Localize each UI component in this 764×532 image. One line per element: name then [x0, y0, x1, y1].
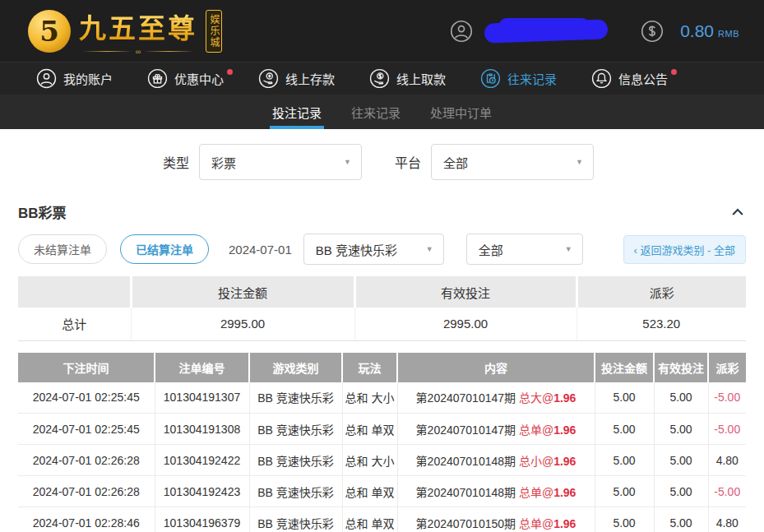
cell-time: 2024-07-01 02:26:28	[18, 476, 155, 507]
cell-game: BB 竞速快乐彩	[249, 476, 342, 507]
back-to-game-category-link[interactable]: ‹ 返回游戏类别 - 全部	[623, 235, 747, 264]
cell-content: 第202407010150期 总单@1.96	[397, 507, 595, 532]
cell-amount: 5.00	[595, 445, 654, 476]
gift-icon	[147, 68, 168, 89]
cell-order: 101304192422	[155, 445, 249, 476]
nav-label: 往来记录	[507, 70, 557, 87]
nav-item-my-account[interactable]: 我的账户	[28, 62, 130, 95]
cell-content: 第202407010147期 总单@1.96	[397, 414, 595, 445]
cell-payout: -5.00	[708, 382, 746, 414]
col-bet-time: 下注时间	[18, 353, 155, 382]
table-row: 2024-07-01 02:26:28 101304192423 BB 竞速快乐…	[18, 476, 746, 507]
summary-payout-total: 523.20	[576, 308, 746, 340]
cell-payout: 4.80	[708, 507, 746, 532]
bell-icon	[591, 68, 612, 89]
date-picker[interactable]: 2024-07-01	[229, 243, 292, 257]
logo-coin-icon: 5	[28, 10, 71, 53]
cell-amount: 5.00	[595, 382, 654, 414]
summary-bet-total: 2995.00	[131, 308, 354, 340]
notification-dot	[671, 69, 677, 75]
tab-pending-orders[interactable]: 处理中订单	[430, 95, 492, 129]
nav-item-promotions[interactable]: 优惠中心	[130, 62, 241, 95]
chevron-down-icon: ▼	[426, 245, 433, 253]
balance-display[interactable]: 0.80 RMB	[680, 21, 739, 41]
nav-label: 优惠中心	[174, 70, 224, 87]
nav-item-deposit[interactable]: 线上存款	[241, 62, 352, 95]
nav-label: 我的账户	[63, 70, 113, 87]
balance-amount: 0.80	[680, 21, 714, 41]
cell-order: 101304196379	[155, 507, 249, 532]
cell-payout: 4.80	[708, 445, 746, 476]
user-icon	[36, 68, 57, 89]
cell-order: 101304191307	[155, 382, 249, 414]
section-title: BB彩票	[18, 201, 67, 222]
col-play-type: 玩法	[342, 353, 397, 382]
scope-select-value: 全部	[479, 241, 503, 258]
username-redacted[interactable]	[484, 19, 609, 43]
coin-icon	[641, 20, 664, 43]
chevron-down-icon: ▼	[576, 158, 583, 166]
game-select[interactable]: BB 竞速快乐彩 ▼	[303, 234, 444, 265]
summary-header-payout: 派彩	[576, 276, 746, 308]
notification-dot	[227, 69, 233, 75]
summary-total-label: 总计	[18, 308, 131, 340]
col-order-number: 注单编号	[155, 353, 249, 382]
table-row: 2024-07-01 02:25:45 101304191307 BB 竞速快乐…	[18, 382, 746, 414]
main-nav: 我的账户 优惠中心 线上存款	[0, 62, 764, 95]
cell-content: 第202407010148期 总小@1.96	[397, 445, 595, 476]
cell-play: 总和 大小	[342, 445, 397, 476]
balance-currency: RMB	[718, 29, 739, 39]
cell-content: 第202407010147期 总大@1.96	[397, 382, 595, 414]
cell-payout: -5.00	[708, 414, 746, 445]
nav-item-transaction-records[interactable]: 往来记录	[463, 62, 574, 95]
top-header: 5 九五至尊 ∞ 娱乐城 0.80 RMB	[0, 0, 764, 62]
chevron-down-icon: ▼	[565, 245, 572, 253]
summary-header-valid-bet: 有效投注	[354, 276, 576, 308]
scope-select[interactable]: 全部 ▼	[466, 234, 583, 265]
nav-item-withdraw[interactable]: 线上取款	[352, 62, 463, 95]
summary-header-bet-amount: 投注金额	[131, 276, 354, 308]
logo-flourish-icon: ∞	[79, 48, 197, 56]
platform-filter-label: 平台	[395, 152, 421, 172]
tab-transaction-records[interactable]: 往来记录	[351, 95, 401, 129]
cell-time: 2024-07-01 02:25:45	[18, 414, 155, 445]
chevron-up-icon[interactable]	[729, 204, 746, 220]
cell-play: 总和 单双	[342, 414, 397, 445]
site-logo[interactable]: 5 九五至尊 ∞ 娱乐城	[28, 7, 222, 56]
cell-play: 总和 大小	[342, 382, 397, 414]
cell-play: 总和 单双	[342, 476, 397, 507]
summary-header-row: 投注金额 有效投注 派彩	[18, 276, 746, 308]
cell-time: 2024-07-01 02:25:45	[18, 382, 155, 414]
logo-title: 九五至尊	[79, 7, 197, 46]
col-payout: 派彩	[708, 353, 746, 382]
table-header-row: 下注时间 注单编号 游戏类别 玩法 内容 投注金额 有效投注 派彩	[18, 353, 746, 382]
chevron-down-icon: ▼	[344, 158, 351, 166]
type-select[interactable]: 彩票 ▼	[199, 144, 362, 180]
nav-label: 线上取款	[396, 70, 446, 87]
records-icon	[480, 68, 501, 89]
avatar-icon[interactable]	[450, 20, 473, 43]
tab-bet-records[interactable]: 投注记录	[272, 95, 322, 129]
table-row: 2024-07-01 02:28:46 101304196379 BB 竞速快乐…	[18, 507, 746, 532]
col-valid-bet: 有效投注	[654, 353, 708, 382]
nav-label: 信息公告	[618, 70, 668, 87]
cell-game: BB 竞速快乐彩	[249, 507, 342, 532]
summary-total-row: 总计 2995.00 2995.00 523.20	[18, 308, 746, 340]
settled-bets-button[interactable]: 已结算注单	[120, 234, 209, 264]
deposit-icon	[258, 68, 279, 89]
table-row: 2024-07-01 02:25:45 101304191308 BB 竞速快乐…	[18, 414, 746, 445]
section-header: BB彩票	[18, 193, 746, 232]
nav-item-announcements[interactable]: 信息公告	[574, 62, 685, 95]
cell-game: BB 竞速快乐彩	[249, 382, 342, 414]
cell-payout: -5.00	[708, 476, 746, 507]
cell-game: BB 竞速快乐彩	[249, 414, 342, 445]
cell-valid: 5.00	[654, 476, 708, 507]
platform-select-value: 全部	[443, 154, 468, 171]
filter-row: 类型 彩票 ▼ 平台 全部 ▼	[18, 129, 746, 193]
cell-time: 2024-07-01 02:28:46	[18, 507, 155, 532]
withdraw-icon	[369, 68, 390, 89]
cell-play: 总和 单双	[342, 507, 397, 532]
game-select-value: BB 竞速快乐彩	[316, 241, 397, 258]
unsettled-bets-button[interactable]: 未结算注单	[18, 234, 107, 264]
platform-select[interactable]: 全部 ▼	[431, 144, 594, 180]
